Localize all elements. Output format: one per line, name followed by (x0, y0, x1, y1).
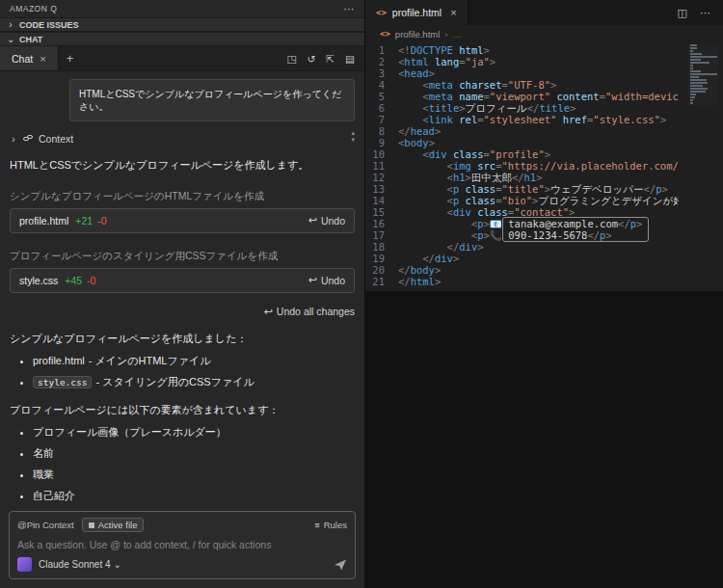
code-line[interactable]: 13 <p class="title">ウェブデベロッパー</p> (365, 183, 723, 195)
created-files-list: profile.html- メインのHTMLファイル style.css- スタ… (10, 354, 355, 389)
more-actions-icon[interactable]: ⋯ (700, 7, 710, 19)
send-button[interactable] (334, 558, 347, 572)
code-line[interactable]: 5 <meta name="viewport" content="width=d… (365, 91, 723, 102)
panel-title: AMAZON Q (10, 4, 57, 13)
code-line[interactable]: 7 <link rel="stylesheet" href="style.css… (365, 114, 723, 125)
undo-button[interactable]: ↩ Undo (308, 274, 345, 286)
code-area[interactable]: 1<!DOCTYPE html>2<html lang="ja">3<head>… (365, 42, 723, 291)
line-number: 3 (365, 67, 398, 79)
breadcrumb-separator-icon: › (444, 29, 447, 40)
undo-button[interactable]: ↩ Undo (308, 214, 345, 227)
step-label-css: プロフィールページのスタイリング用CSSファイルを作成 (10, 250, 355, 263)
file-change-card: profile.html +21 -0 ↩ Undo (10, 208, 355, 233)
code-line[interactable]: 1<!DOCTYPE html> (365, 44, 723, 56)
model-label: Claude Sonnet 4 (39, 559, 111, 570)
section-label: CHAT (19, 35, 42, 44)
file-icon (89, 522, 94, 528)
code-line[interactable]: 9<body> (365, 137, 723, 148)
file-link[interactable]: style.css (19, 275, 58, 286)
breadcrumb-file[interactable]: profile.html (395, 29, 440, 40)
line-number: 7 (365, 114, 398, 125)
line-number: 17 (365, 229, 398, 241)
amazon-q-logo (17, 557, 32, 572)
line-number: 21 (365, 276, 398, 287)
line-number: 9 (365, 137, 398, 148)
breadcrumb-more: … (452, 29, 462, 40)
html-file-icon: <> (376, 8, 387, 17)
pin-context-button[interactable]: @Pin Context (17, 520, 74, 530)
transfer-icon[interactable]: ◳ (287, 53, 297, 65)
editor-tab-profile-html[interactable]: <> profile.html × (365, 0, 469, 25)
code-line[interactable]: 20</body> (365, 264, 723, 276)
chat-input[interactable] (17, 539, 347, 550)
lines-added: +21 (75, 215, 93, 227)
code-line[interactable]: 6 <title>プロフィール</title> (365, 102, 723, 114)
amazon-q-panel: AMAZON Q ⋯ › CODE ISSUES ⌄ CHAT Chat × +… (0, 0, 364, 588)
code-line[interactable]: 21</html> (365, 276, 723, 287)
active-file-pill[interactable]: Active file (82, 518, 145, 532)
file-change-card: style.css +45 -0 ↩ Undo (10, 268, 355, 293)
rules-label: Rules (324, 520, 347, 530)
undo-label: Undo (321, 275, 345, 286)
section-code-issues[interactable]: › CODE ISSUES (0, 17, 364, 32)
file-link[interactable]: profile.html (19, 215, 68, 227)
split-editor-icon[interactable]: ◫ (678, 7, 687, 19)
export-icon[interactable]: ▤ (345, 53, 355, 65)
assistant-intro: HTMLとCSSでシンプルなプロフィールページを作成します。 (10, 158, 355, 174)
lines-removed: -0 (87, 275, 95, 286)
chevron-down-icon: ⌄ (7, 34, 14, 44)
history-icon[interactable]: ↺ (307, 53, 315, 65)
code-lines: 1<!DOCTYPE html>2<html lang="ja">3<head>… (365, 44, 723, 287)
chat-tab[interactable]: Chat × (0, 46, 59, 70)
code-line[interactable]: 12 <h1>田中太郎</h1> (365, 172, 723, 183)
line-number: 14 (365, 195, 398, 206)
code-line[interactable]: 10 <div class="profile"> (365, 148, 723, 160)
rules-button[interactable]: ≡ Rules (314, 520, 347, 530)
panel-header: AMAZON Q ⋯ (0, 0, 364, 17)
chat-tab-label: Chat (12, 53, 33, 65)
file-name: style.css (33, 376, 92, 388)
context-link-icon (23, 133, 33, 145)
editor-group: <> profile.html × ◫ ⋯ <> profile.html › … (364, 0, 723, 588)
section-label: CODE ISSUES (19, 20, 79, 30)
chat-messages: HTMLとCSSでシンプルなプロフィールページを作ってください。 › Conte… (0, 71, 364, 503)
chevron-right-icon: › (10, 134, 17, 145)
context-expander[interactable]: › Context ▴ ▾ (10, 133, 355, 145)
open-in-editor-icon[interactable]: ⇱ (326, 53, 335, 65)
code-line[interactable]: 2<html lang="ja"> (365, 56, 723, 67)
breadcrumb[interactable]: <> profile.html › … (365, 25, 723, 42)
section-chat[interactable]: ⌄ CHAT (0, 32, 364, 46)
scroll-down-icon[interactable]: ▾ (351, 136, 355, 143)
line-number: 16 (365, 218, 398, 229)
scroll-arrows[interactable]: ▴ ▾ (351, 129, 355, 143)
file-name: profile.html (33, 355, 85, 366)
list-item: 自己紹介 (33, 489, 355, 503)
chat-composer: @Pin Context Active file ≡ Rules Claude … (9, 511, 356, 579)
close-icon[interactable]: × (40, 53, 45, 65)
undo-all-button[interactable]: ↩ Undo all changes (10, 306, 355, 318)
code-line[interactable]: 17 <p>📞 090-1234-5678</p> (365, 229, 723, 241)
more-actions-icon[interactable]: ⋯ (344, 3, 356, 15)
undo-icon: ↩ (264, 306, 273, 318)
chevron-right-icon: › (7, 19, 14, 30)
list-item: profile.html- メインのHTMLファイル (33, 354, 355, 368)
editor-empty-space (365, 291, 723, 588)
close-icon[interactable]: × (450, 7, 456, 18)
new-chat-tab-button[interactable]: + (59, 46, 82, 70)
list-item: 名前 (33, 446, 355, 461)
code-line[interactable]: 11 <img src="https://via.placeholder.com… (365, 160, 723, 172)
line-number: 13 (365, 183, 398, 195)
code-line[interactable]: 15 <div class="contact"> (365, 206, 723, 218)
code-line[interactable]: 19 </div> (365, 253, 723, 264)
list-item: 職業 (33, 468, 355, 482)
code-line[interactable]: 8</head> (365, 125, 723, 137)
model-selector[interactable]: Claude Sonnet 4 ⌄ (39, 559, 121, 570)
code-line[interactable]: 14 <p class="bio">プログラミングとデザインが好きです。 (365, 195, 723, 206)
scroll-up-icon[interactable]: ▴ (351, 129, 355, 136)
user-message: HTMLとCSSでシンプルなプロフィールページを作ってください。 (69, 79, 355, 121)
code-line[interactable]: 18 </div> (365, 241, 723, 253)
minimap[interactable] (688, 44, 719, 105)
code-line[interactable]: 16 <p>📧 tanaka@example.com</p> (365, 218, 723, 229)
code-line[interactable]: 3<head> (365, 67, 723, 79)
code-line[interactable]: 4 <meta charset="UTF-8"> (365, 79, 723, 91)
